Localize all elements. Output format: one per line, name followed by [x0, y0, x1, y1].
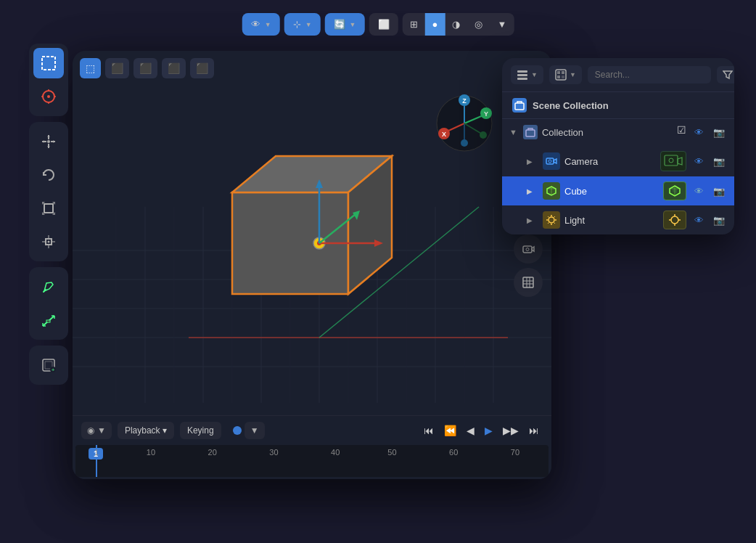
pivot-button[interactable]: ⊹ ▼ [284, 13, 321, 36]
outliner-display-button[interactable]: ▼ [549, 65, 582, 84]
outliner-filter-button[interactable]: ▼ [717, 66, 734, 83]
skip-end-button[interactable]: ⏭ [525, 423, 543, 438]
proportional-button[interactable]: ⬜ [369, 13, 398, 36]
move-button[interactable] [33, 126, 64, 157]
outliner-view-button[interactable]: ▼ [511, 65, 543, 84]
object-mode-button[interactable]: 👁 ▼ [242, 13, 280, 36]
collection-actions: ☑ 👁 📷 [677, 124, 727, 140]
collection-row[interactable]: ▼ Collection ☑ 👁 📷 [502, 119, 734, 146]
snap-button[interactable]: 🔄 ▼ [325, 13, 365, 36]
timeline-ruler[interactable]: 1 1 10 20 30 40 50 60 70 [75, 445, 548, 477]
play-button[interactable]: ▶ [481, 423, 496, 438]
wireframe-icon: ⊞ [410, 19, 418, 30]
scene-collection-label: Scene Collection [533, 100, 609, 111]
box-select-button[interactable] [33, 48, 64, 78]
annotate-tools-group [29, 267, 68, 340]
shading-wireframe[interactable]: ⊞ [403, 13, 425, 36]
add-object-button[interactable]: + [33, 350, 64, 380]
collection-check-icon[interactable]: ☑ [677, 124, 686, 140]
viewport-btn-5[interactable]: ⬛ [190, 58, 214, 78]
rotate-button[interactable] [33, 160, 64, 190]
viewport-canvas: Z Y X [73, 51, 551, 414]
camera-expand[interactable]: ▶ [527, 158, 538, 166]
outliner-display-icon [555, 69, 567, 81]
annotate-button[interactable] [33, 272, 64, 302]
svg-point-103 [671, 216, 678, 224]
select-tools-group [29, 44, 68, 116]
step-back-button[interactable]: ◀ [463, 423, 478, 438]
grid-icon [522, 276, 535, 289]
light-svg-icon [546, 214, 557, 226]
shading-dropdown[interactable]: ▼ [490, 13, 514, 36]
top-toolbar: 👁 ▼ ⊹ ▼ 🔄 ▼ ⬜ ⊞ ● ◑ ◎ ▼ [242, 13, 514, 36]
collection-expand-arrow: ▼ [509, 128, 517, 136]
skip-start-button[interactable]: ⏮ [420, 423, 437, 438]
svg-rect-11 [46, 320, 50, 322]
svg-rect-80 [562, 75, 564, 78]
timeline-mode-chevron: ▼ [97, 425, 106, 436]
cube-render-icon[interactable]: 📷 [711, 183, 727, 199]
viewport-header: ⬚ ⬛ ⬛ ⬛ ⬛ [80, 58, 214, 78]
material-icon: ◑ [452, 19, 460, 30]
collection-visibility-icon[interactable]: 👁 [691, 124, 707, 140]
svg-point-94 [548, 217, 554, 223]
svg-rect-73 [517, 70, 527, 73]
svg-text:Z: Z [462, 97, 467, 105]
frame-dropdown[interactable]: ▼ [245, 422, 265, 439]
cube-visibility-icon[interactable]: 👁 [691, 183, 707, 199]
circle-select-button[interactable] [33, 81, 64, 112]
ruler-mark-70: 70 [511, 448, 519, 457]
camera-view-tool[interactable] [514, 234, 543, 264]
light-row[interactable]: ▶ Light [502, 205, 734, 234]
pivot-chevron: ▼ [305, 21, 312, 28]
svg-rect-77 [557, 71, 560, 74]
camera-visibility-icon[interactable]: 👁 [691, 153, 707, 169]
solid-icon: ● [432, 19, 438, 30]
navigation-gizmo[interactable]: Z Y X [435, 94, 493, 152]
camera-render-icon[interactable]: 📷 [711, 153, 727, 169]
light-render-icon[interactable]: 📷 [711, 212, 727, 228]
scale-icon [41, 200, 57, 216]
collection-render-icon[interactable]: 📷 [711, 124, 727, 140]
keying-button[interactable]: Keying [180, 422, 221, 439]
viewport-btn-2[interactable]: ⬛ [105, 58, 129, 78]
svg-rect-66 [523, 246, 532, 253]
shading-solid[interactable]: ● [425, 13, 445, 36]
svg-text:X: X [442, 131, 446, 138]
measure-button[interactable] [33, 305, 64, 335]
viewport-btn-3[interactable]: ⬛ [133, 58, 157, 78]
viewport-box-select[interactable]: ⬚ [80, 58, 101, 78]
timeline-mode-button[interactable]: ◉ ▼ [81, 422, 112, 439]
outliner-view-icon [517, 69, 528, 81]
camera-row[interactable]: ▶ Camera 👁 📷 [502, 146, 734, 176]
outliner-header: ▼ ▼ ▼ [502, 58, 734, 92]
ruler-mark-20: 20 [208, 448, 217, 457]
rotate-icon [41, 167, 57, 183]
shading-material[interactable]: ◑ [445, 13, 467, 36]
transform-tools-group [29, 122, 68, 261]
ruler-mark-30: 30 [269, 448, 278, 457]
outliner-search-input[interactable] [588, 66, 711, 83]
transform-button[interactable] [33, 226, 64, 257]
cube-expand[interactable]: ▶ [527, 187, 538, 195]
scene-collection-row: Scene Collection [502, 92, 734, 119]
playback-dropdown[interactable]: Playback ▾ [118, 422, 174, 439]
svg-rect-68 [523, 277, 533, 287]
prev-keyframe-button[interactable]: ⏪ [440, 423, 460, 438]
collection-icon [523, 125, 538, 139]
light-visibility-icon[interactable]: 👁 [691, 212, 707, 228]
svg-line-102 [554, 216, 556, 218]
svg-point-84 [548, 160, 551, 163]
move-icon [41, 134, 57, 150]
scale-button[interactable] [33, 193, 64, 224]
shading-render[interactable]: ◎ [467, 13, 490, 36]
step-forward-button[interactable]: ▶▶ [499, 423, 522, 438]
cube-row[interactable]: ▶ Cube 👁 📷 [502, 176, 734, 205]
light-expand[interactable]: ▶ [527, 216, 538, 224]
frame-input-group: ▼ [233, 422, 265, 439]
circle-select-icon [41, 89, 57, 105]
light-row-actions: 👁 📷 [691, 212, 727, 228]
grid-tool[interactable] [514, 268, 543, 297]
viewport-btn-4[interactable]: ⬛ [162, 58, 186, 78]
ruler-mark-60: 60 [449, 448, 458, 457]
